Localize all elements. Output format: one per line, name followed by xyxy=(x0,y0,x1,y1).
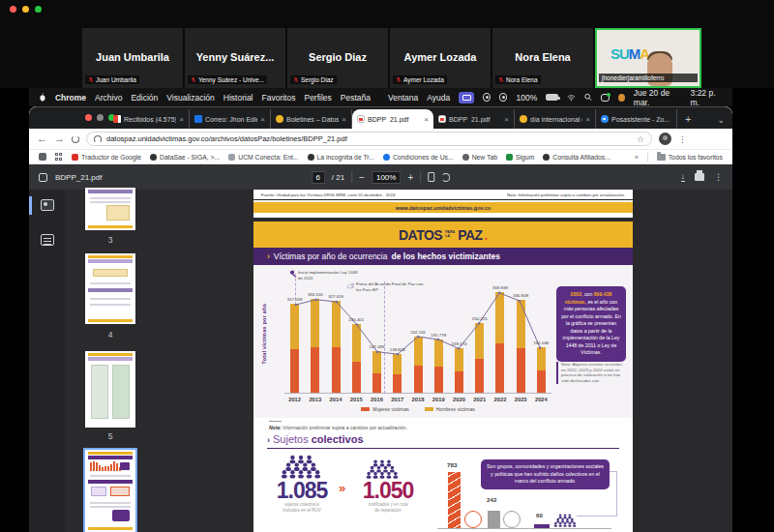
menu-edicion[interactable]: Edición xyxy=(131,93,158,103)
close-window-icon[interactable] xyxy=(10,6,16,13)
pdf-content-area[interactable]: Fuente: Unidad para las Víctimas DRGI-SR… xyxy=(155,190,732,532)
close-tab-icon[interactable]: × xyxy=(585,115,590,124)
bookmark-condiciones[interactable]: Condiciones de Us... xyxy=(383,154,454,161)
zoom-out-button[interactable]: − xyxy=(359,172,365,183)
address-bar[interactable]: datospaz.unidadvictimas.gov.co/archivos/… xyxy=(86,132,652,146)
divider xyxy=(269,421,282,422)
menu-favoritos[interactable]: Favoritos xyxy=(262,93,296,103)
participant-tile[interactable]: Yenny Suárez... Yenny Suárez - Unive... xyxy=(185,28,285,88)
mail-icon xyxy=(194,115,202,123)
forward-button[interactable]: → xyxy=(54,133,65,144)
close-tab-icon[interactable]: × xyxy=(424,115,429,124)
thumbnail-page-5[interactable] xyxy=(85,351,135,428)
bar-value-label: 138.828 xyxy=(384,347,411,352)
profile-avatar[interactable] xyxy=(659,133,671,145)
bookmarks-overflow-chevron[interactable]: » xyxy=(635,154,639,161)
mini-bar xyxy=(534,524,550,528)
close-tab-icon[interactable]: × xyxy=(179,115,184,124)
close-tab-icon[interactable]: × xyxy=(342,115,346,124)
chrome-menu-icon[interactable]: ⋮ xyxy=(678,134,687,144)
url-text[interactable]: datospaz.unidadvictimas.gov.co/archivos/… xyxy=(106,134,632,143)
tab-search-chevron-icon[interactable]: ⌄ xyxy=(717,115,725,125)
thumbnail-page-6-selected[interactable] xyxy=(85,450,135,532)
tab-correo[interactable]: Correo: Jhon Edier× xyxy=(190,109,271,129)
zoom-window-controls[interactable] xyxy=(10,6,47,13)
bookmark-traductor[interactable]: Traductor de Google xyxy=(72,154,141,161)
menu-ventana[interactable]: Ventana xyxy=(388,93,418,103)
close-window-icon[interactable] xyxy=(85,114,92,121)
search-icon[interactable] xyxy=(584,93,592,102)
page-number-input[interactable]: 6 xyxy=(312,171,325,184)
reload-button[interactable] xyxy=(72,135,79,143)
thumbnail-page-3[interactable] xyxy=(85,188,135,230)
bookmark-sigum[interactable]: Sigum xyxy=(506,154,534,161)
tab-posasistente[interactable]: Posasistente - Zo... xyxy=(596,109,677,129)
globe-icon xyxy=(308,154,314,161)
screen-share-indicator-icon[interactable] xyxy=(459,92,474,103)
participant-name: Aymer Lozada xyxy=(390,51,491,63)
tab-recibidos[interactable]: Recibidos (4.575)× xyxy=(108,109,190,129)
menu-ayuda[interactable]: Ayuda xyxy=(427,93,450,103)
page-icon xyxy=(520,115,527,123)
close-tab-icon[interactable]: × xyxy=(260,115,265,124)
participant-tile[interactable]: Sergio Diaz Sergio Diaz xyxy=(287,28,388,88)
tab-boletines[interactable]: Boletines – Datos p× xyxy=(271,109,352,129)
user-avatar-icon[interactable] xyxy=(618,94,625,102)
outline-view-icon[interactable] xyxy=(41,234,54,246)
x-axis-label: 2016 xyxy=(368,397,387,402)
thumbnails-view-icon[interactable] xyxy=(41,199,54,211)
fit-page-icon[interactable] xyxy=(428,172,434,182)
minimize-window-icon[interactable] xyxy=(22,6,29,13)
mini-bar xyxy=(448,472,461,528)
apple-menu-icon[interactable] xyxy=(39,92,46,103)
globe-icon xyxy=(150,154,157,161)
menu-perfiles[interactable]: Perfiles xyxy=(304,93,331,103)
sidebar-toggle-icon[interactable] xyxy=(39,173,47,182)
people-group-icon xyxy=(553,514,577,527)
participant-tile[interactable]: Nora Elena Nora Elena xyxy=(492,28,593,88)
stat-caption: notificados y en rutade reparación xyxy=(350,502,426,514)
active-speaker-video-tile[interactable]: SUMA jhonedierjaramilloferro xyxy=(595,28,701,88)
wifi-icon[interactable] xyxy=(567,94,576,102)
close-tab-icon[interactable]: × xyxy=(504,115,509,124)
bookmark-star-icon[interactable]: ☆ xyxy=(637,134,644,144)
participant-tile[interactable]: Juan Umbarila Juan Umbarila xyxy=(82,28,183,88)
zoom-window-icon[interactable] xyxy=(35,6,42,13)
bookmark-incognita[interactable]: La incognita de Tr... xyxy=(308,154,374,161)
pdf-menu-icon[interactable]: ⋮ xyxy=(714,172,723,182)
participant-tile[interactable]: Aymer Lozada Aymer Lozada xyxy=(390,28,491,88)
all-bookmarks-button[interactable]: Todos los favoritos xyxy=(657,154,723,161)
bookmark-datasae[interactable]: DataSae - SIGA, >... xyxy=(150,154,220,161)
download-icon[interactable]: ↓ xyxy=(681,172,686,182)
tab-dia-internacional[interactable]: día internacional d× xyxy=(515,109,596,129)
reading-list-icon[interactable] xyxy=(39,153,46,161)
zoom-in-button[interactable]: + xyxy=(407,172,413,183)
thumbnail-page-4[interactable] xyxy=(85,253,135,324)
print-icon[interactable] xyxy=(695,173,704,181)
bookmark-newtab[interactable]: New Tab xyxy=(462,154,497,161)
menubar-app-name[interactable]: Chrome xyxy=(55,93,86,103)
zoom-level[interactable]: 100% xyxy=(372,171,401,184)
menu-visualizacion[interactable]: Visualización xyxy=(166,93,214,103)
mic-muted-icon xyxy=(88,76,94,83)
status-ring-icon[interactable] xyxy=(483,93,491,102)
menu-historial[interactable]: Historial xyxy=(223,93,253,103)
menubar-time[interactable]: 3:22 p. m. xyxy=(691,88,723,107)
bookmark-ucm[interactable]: UCM Conecta: Ent... xyxy=(228,154,298,161)
bar-2024 xyxy=(537,347,546,393)
menu-pestana[interactable]: Pestaña xyxy=(341,93,371,103)
minimize-window-icon[interactable] xyxy=(97,114,104,121)
new-tab-button[interactable]: + xyxy=(685,109,691,129)
tab-bdpp21[interactable]: BDPP_21.pdf× xyxy=(433,109,515,129)
back-button[interactable]: ← xyxy=(37,133,47,144)
bookmark-consulta[interactable]: Consulta Afiliados... xyxy=(543,154,610,161)
status-ring-icon[interactable] xyxy=(499,93,507,102)
tab-bdpp21-active[interactable]: BDPP_21.pdf× xyxy=(352,109,433,129)
x-axis-label: 2015 xyxy=(346,397,366,402)
rotate-icon[interactable] xyxy=(441,173,450,182)
participant-name: Sergio Diaz xyxy=(287,51,388,63)
menu-archivo[interactable]: Archivo xyxy=(95,93,122,103)
apps-grid-icon[interactable] xyxy=(55,153,63,161)
menubar-date[interactable]: Jue 20 de mar. xyxy=(634,88,682,107)
control-center-icon[interactable] xyxy=(601,94,610,102)
